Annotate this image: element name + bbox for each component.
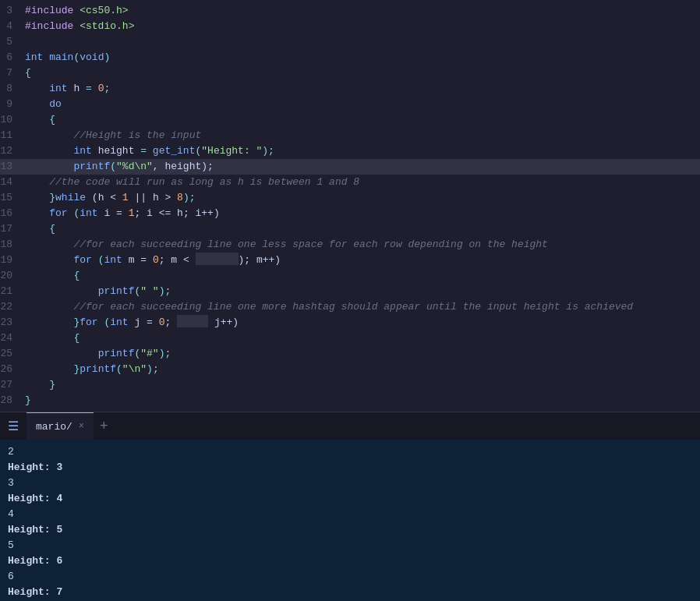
line-content: }	[25, 393, 700, 408]
line-content: for (int m = 0; m < ); m++)	[25, 253, 700, 268]
code-line: 26 }printf("\n");	[0, 362, 700, 377]
terminal-icon: ☰	[0, 419, 27, 434]
terminal-line: 3	[8, 475, 692, 491]
line-content: }for (int j = 0; j++)	[25, 315, 700, 331]
code-line: 16 for (int i = 1; i <= h; i++)	[0, 206, 700, 221]
line-content: do	[25, 97, 700, 112]
line-number: 26	[0, 362, 25, 377]
line-number: 16	[0, 206, 25, 221]
line-number: 25	[0, 346, 25, 362]
line-content: }while (h < 1 || h > 8);	[25, 190, 700, 206]
code-line: 22 //for each succeeding line one more h…	[0, 299, 700, 315]
code-line: 6int main(void)	[0, 50, 700, 65]
line-number: 27	[0, 377, 25, 393]
line-content: //for each succeeding line one more hash…	[25, 299, 700, 315]
line-number: 20	[0, 268, 25, 284]
line-content: {	[25, 268, 700, 284]
code-line: 25 printf("#");	[0, 346, 700, 362]
line-number: 14	[0, 175, 25, 190]
code-line: 9 do	[0, 97, 700, 112]
line-number: 19	[0, 253, 25, 268]
code-line: 28}	[0, 393, 700, 408]
code-line: 11 //Height is the input	[0, 128, 700, 143]
code-line: 17 {	[0, 221, 700, 237]
line-content: {	[25, 65, 700, 81]
terminal-line: 4	[8, 507, 692, 522]
line-content: {	[25, 331, 700, 346]
line-content: {	[25, 112, 700, 128]
line-content: int h = 0;	[25, 81, 700, 97]
line-number: 22	[0, 299, 25, 315]
terminal-line: Height: 3	[8, 460, 692, 475]
line-content: }printf("\n");	[25, 362, 700, 377]
code-line: 13 printf("%d\n", height);	[0, 159, 700, 175]
line-content: printf(" ");	[25, 284, 700, 299]
code-line: 15 }while (h < 1 || h > 8);	[0, 190, 700, 206]
code-line: 10 {	[0, 112, 700, 128]
tab-label: mario/	[36, 421, 72, 433]
line-number: 6	[0, 50, 25, 65]
terminal-line: 6	[8, 569, 692, 585]
code-line: 14 //the code will run as long as h is b…	[0, 175, 700, 190]
terminal-line: Height: 6	[8, 553, 692, 569]
code-line: 4#include <stdio.h>	[0, 19, 700, 34]
terminal-line: 2	[8, 444, 692, 460]
terminal-tab[interactable]: mario/ ×	[27, 412, 94, 440]
line-number: 5	[0, 34, 25, 50]
line-number: 7	[0, 65, 25, 81]
line-number: 24	[0, 331, 25, 346]
terminal-line: Height: 4	[8, 491, 692, 507]
line-number: 13	[0, 159, 25, 175]
terminal-line: Height: 5	[8, 522, 692, 538]
line-content: int main(void)	[25, 50, 700, 65]
line-number: 15	[0, 190, 25, 206]
line-number: 12	[0, 143, 25, 159]
line-content: //the code will run as long as h is betw…	[25, 175, 700, 190]
code-line: 27 }	[0, 377, 700, 393]
line-number: 8	[0, 81, 25, 97]
terminal-line: Height: 7	[8, 585, 692, 600]
code-line: 19 for (int m = 0; m < ); m++)	[0, 253, 700, 268]
code-line: 3#include <cs50.h>	[0, 3, 700, 19]
line-content: printf("#");	[25, 346, 700, 362]
line-number: 21	[0, 284, 25, 299]
line-number: 18	[0, 237, 25, 253]
code-line: 23 }for (int j = 0; j++)	[0, 315, 700, 331]
code-line: 20 {	[0, 268, 700, 284]
line-content: #include <stdio.h>	[25, 19, 700, 34]
tab-close-button[interactable]: ×	[79, 421, 84, 432]
code-line: 21 printf(" ");	[0, 284, 700, 299]
line-content: }	[25, 377, 700, 393]
line-number: 10	[0, 112, 25, 128]
line-number: 23	[0, 315, 25, 331]
terminal-line: 5	[8, 538, 692, 553]
line-content: {	[25, 221, 700, 237]
line-content: int height = get_int("Height: ");	[25, 143, 700, 159]
line-number: 11	[0, 128, 25, 143]
code-line: 24 {	[0, 331, 700, 346]
code-line: 8 int h = 0;	[0, 81, 700, 97]
line-content: //Height is the input	[25, 128, 700, 143]
line-number: 4	[0, 19, 25, 34]
line-number: 9	[0, 97, 25, 112]
line-content: printf("%d\n", height);	[25, 159, 700, 175]
code-editor: 3#include <cs50.h>4#include <stdio.h>56i…	[0, 0, 700, 412]
code-line: 5	[0, 34, 700, 50]
line-content: for (int i = 1; i <= h; i++)	[25, 206, 700, 221]
code-line: 18 //for each succeeding line one less s…	[0, 237, 700, 253]
line-content: #include <cs50.h>	[25, 3, 700, 19]
terminal-tab-bar: ☰ mario/ × +	[0, 412, 700, 440]
line-content: //for each succeeding line one less spac…	[25, 237, 700, 253]
terminal-output: 2Height: 33Height: 44Height: 55Height: 6…	[0, 440, 700, 601]
code-line: 12 int height = get_int("Height: ");	[0, 143, 700, 159]
code-line: 7{	[0, 65, 700, 81]
line-number: 28	[0, 393, 25, 408]
line-number: 17	[0, 221, 25, 237]
new-tab-button[interactable]: +	[94, 418, 115, 434]
line-number: 3	[0, 3, 25, 19]
